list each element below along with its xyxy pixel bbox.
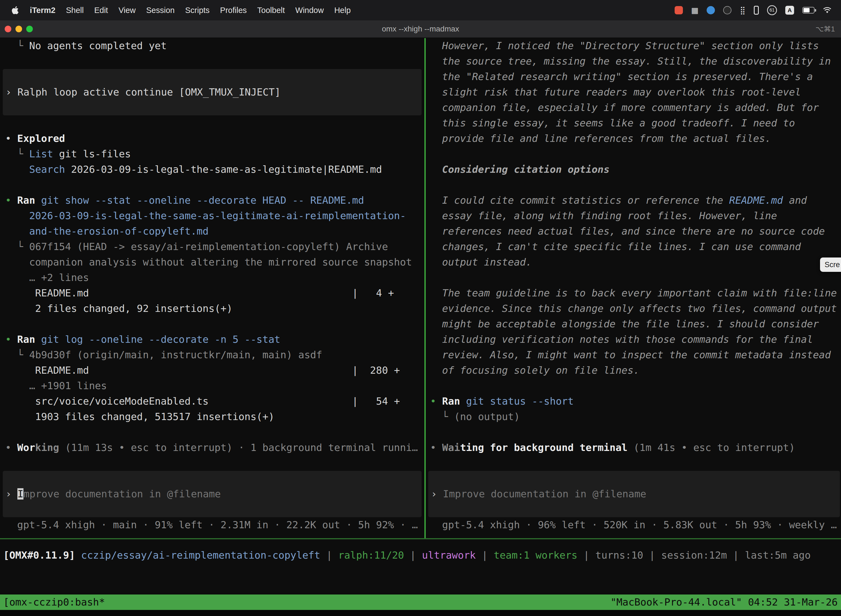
dark-app-icon[interactable] (723, 6, 731, 14)
phone-icon[interactable] (754, 6, 759, 15)
battery-gauge-icon[interactable]: 61 (767, 5, 777, 15)
text-segment: ralph:11/20 (338, 550, 404, 561)
menu-toolbelt[interactable]: Toolbelt (257, 6, 285, 15)
text-segment: Wai (442, 442, 460, 453)
text-segment: | (727, 550, 745, 561)
text-segment: • (430, 442, 442, 453)
menu-shell[interactable]: Shell (66, 6, 84, 15)
text-segment: Ralph loop active continue [OMX_TMUX_INJ… (18, 87, 281, 98)
text-segment: including verification notes with those … (430, 334, 813, 345)
battery-fill (803, 8, 810, 12)
menu-window[interactable]: Window (295, 6, 324, 15)
menu-iterm2[interactable]: iTerm2 (30, 6, 56, 15)
terminal-line: might be acceptable alongside the file l… (426, 316, 841, 332)
terminal-line: this single essay, it seems like a good … (426, 115, 841, 131)
text-segment: king (35, 442, 59, 453)
terminal-line: README.md | 280 + (0, 363, 424, 378)
macos-menubar: iTerm2ShellEditViewSessionScriptsProfile… (0, 0, 841, 21)
text-segment: README.md | 280 + (5, 365, 400, 376)
text-segment: No agents completed yet (29, 40, 167, 51)
text-segment: | (476, 550, 494, 561)
terminal-line: … +2 lines (0, 270, 424, 285)
battery-icon[interactable] (802, 7, 815, 13)
terminal-line: └ List git ls-files (0, 146, 424, 162)
text-segment: 4b9d30f (origin/main, instructkr/main, m… (29, 349, 322, 361)
prompt-input[interactable]: › Improve documentation in @filename (3, 471, 422, 517)
hover-tooltip: Scre (820, 258, 841, 272)
terminal-line (426, 424, 841, 440)
text-segment: cczip/essay/ai-reimplementation-copyleft (81, 550, 320, 561)
terminal-line: review. Also, I might want to inspect th… (426, 347, 841, 363)
input-source-icon[interactable]: A (785, 6, 794, 15)
window-titlebar[interactable]: omx --xhigh --madmax ⌥⌘1 (0, 21, 841, 38)
text-segment: • (430, 396, 442, 407)
wifi-icon[interactable] (823, 7, 832, 14)
menu-help[interactable]: Help (334, 6, 351, 15)
pane-divider[interactable] (424, 38, 426, 538)
terminal-line: gpt-5.4 xhigh · main · 91% left · 2.31M … (0, 517, 424, 532)
prompt-input[interactable]: › Improve documentation in @filename (428, 471, 840, 517)
text-segment: src/voice/voiceModeEnabled.ts | 54 + (5, 396, 400, 407)
dots-grid-icon[interactable]: ⣿ (740, 6, 746, 15)
screen-recording-indicator[interactable] (675, 6, 683, 14)
tmux-session-window[interactable]: [omx-cczip0:bash* (3, 594, 105, 610)
terminal-line (0, 455, 424, 471)
terminal-line (0, 115, 424, 131)
text-segment: README.md | 4 + (5, 287, 394, 299)
blue-app-icon[interactable] (707, 6, 715, 14)
text-segment: [OMX#0.11.9] (3, 550, 81, 561)
text-segment: README.md (729, 195, 783, 206)
window-title: omx --xhigh --madmax (0, 21, 841, 38)
apple-menu-icon[interactable] (11, 6, 19, 14)
terminal-line: output instead. (426, 254, 841, 270)
menu-session[interactable]: Session (146, 6, 175, 15)
terminal-line: • Ran git log --oneline --decorate -n 5 … (0, 332, 424, 347)
text-segment: › (431, 488, 443, 500)
keyboard-grid-icon[interactable]: ▦ (691, 6, 698, 15)
menu-items: iTerm2ShellEditViewSessionScriptsProfile… (30, 6, 351, 15)
text-segment: provide file and line references from th… (430, 133, 771, 144)
text-segment: mprove documentation in @filename (23, 488, 221, 500)
text-segment: evidence. Since this change only affects… (430, 303, 837, 314)
text-segment: • (5, 442, 17, 453)
menu-view[interactable]: View (119, 6, 135, 15)
text-segment: of focusing solely on file lines. (430, 365, 640, 376)
text-segment: git log --oneline --decorate -n 5 --stat (41, 334, 280, 345)
text-segment: and-the-erosion-of-copyleft.md (5, 226, 209, 237)
terminal-line (426, 177, 841, 193)
terminal-line: references need actual files, and since … (426, 224, 841, 239)
text-segment: git show --stat --oneline --decorate HEA… (41, 195, 364, 206)
text-segment: └ (5, 241, 29, 252)
text-segment: 1903 files changed, 513517 insertions(+) (5, 411, 274, 422)
terminal-line: src/voice/voiceModeEnabled.ts | 54 + (0, 393, 424, 409)
menu-edit[interactable]: Edit (94, 6, 108, 15)
terminal-line: › Improve documentation in @filename (3, 486, 422, 502)
menu-scripts[interactable]: Scripts (185, 6, 210, 15)
terminal-line: the source tree, missing the essay. Stil… (426, 54, 841, 69)
text-segment: 2 files changed, 92 insertions(+) (5, 303, 233, 314)
terminal-line: └ 067f154 (HEAD -> essay/ai-reimplementa… (0, 239, 424, 254)
left-terminal-pane[interactable]: └ No agents completed yet › Ralph loop a… (0, 38, 424, 538)
terminal-line (0, 424, 424, 440)
terminal-line: essay file, along with finding root file… (426, 208, 841, 224)
right-terminal-pane[interactable]: However, I noticed the "Directory Struct… (426, 38, 841, 538)
terminal-line (0, 316, 424, 332)
terminal-line (0, 54, 424, 69)
text-segment: references need actual files, and since … (430, 226, 825, 237)
text-segment: essay file, along with finding root file… (430, 210, 777, 221)
terminal-line: companion analysis without altering the … (0, 254, 424, 270)
terminal-line: • Ran git status --short (426, 393, 841, 409)
terminal-line: └ 4b9d30f (origin/main, instructkr/main,… (0, 347, 424, 363)
tmux-host-clock: "MacBook-Pro-44.local" 04:52 31-Mar-26 (610, 594, 838, 610)
text-segment: slight risk that future readers may over… (430, 87, 801, 98)
terminal-line: README.md | 4 + (0, 285, 424, 301)
text-segment: (11m 13s • esc to interrupt) · 1 backgro… (59, 442, 418, 453)
text-segment: › (6, 87, 18, 98)
text-segment: | (643, 550, 661, 561)
terminal-line: changes, I can't cite specific file line… (426, 239, 841, 254)
window-shortcut-badge: ⌥⌘1 (816, 25, 835, 34)
text-segment: 067f154 (HEAD -> essay/ai-reimplementati… (29, 241, 388, 252)
text-segment: I could cite commit statistics or refere… (430, 195, 729, 206)
terminal-line (426, 270, 841, 285)
menu-profiles[interactable]: Profiles (220, 6, 247, 15)
